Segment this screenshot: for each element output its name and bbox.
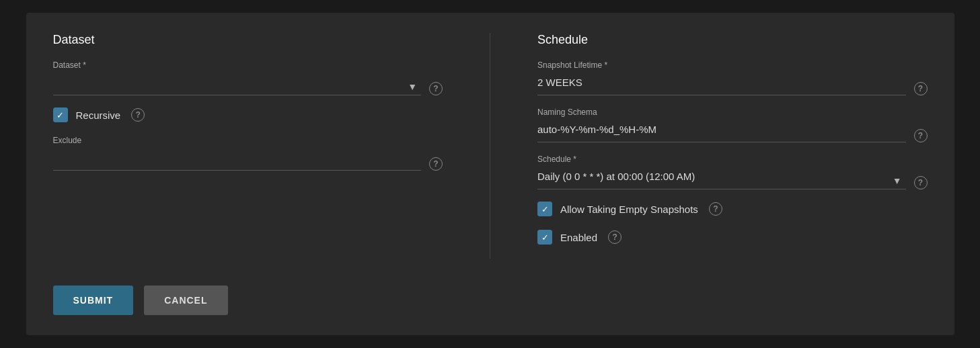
dialog-body: Dataset Dataset * ▼ ? ✓ Recursive ? — [53, 33, 928, 259]
dataset-input-row: ▼ ? — [53, 73, 443, 95]
dialog: Dataset Dataset * ▼ ? ✓ Recursive ? — [26, 13, 954, 335]
schedule-panel-title: Schedule — [537, 33, 928, 47]
dataset-label: Dataset * — [53, 60, 443, 70]
exclude-input[interactable] — [53, 148, 422, 167]
recursive-checkbox[interactable]: ✓ — [53, 107, 68, 122]
exclude-help-icon[interactable]: ? — [429, 157, 443, 171]
enabled-help-icon[interactable]: ? — [608, 230, 621, 244]
snapshot-lifetime-input[interactable] — [537, 73, 906, 92]
allow-empty-snapshots-label: Allow Taking Empty Snapshots — [560, 204, 698, 215]
schedule-label: Schedule * — [537, 155, 928, 164]
enabled-checkmark: ✓ — [541, 233, 549, 242]
snapshot-lifetime-help-icon[interactable]: ? — [914, 82, 928, 95]
cancel-button[interactable]: CANCEL — [144, 286, 227, 315]
snapshot-lifetime-group: Snapshot Lifetime * ? — [537, 60, 928, 95]
enabled-label: Enabled — [560, 232, 597, 243]
recursive-row: ✓ Recursive ? — [53, 107, 443, 122]
submit-button[interactable]: SUBMIT — [53, 286, 134, 315]
enabled-row: ✓ Enabled ? — [537, 230, 928, 245]
schedule-help-icon[interactable]: ? — [914, 176, 928, 189]
naming-schema-group: Naming Schema ? — [537, 107, 928, 142]
exclude-input-row: ? — [53, 148, 443, 171]
recursive-checkmark: ✓ — [56, 111, 64, 120]
schedule-dropdown-icon[interactable]: ▼ — [893, 175, 902, 186]
exclude-input-wrapper — [53, 148, 422, 171]
dataset-dropdown-icon[interactable]: ▼ — [408, 81, 417, 92]
snapshot-lifetime-label: Snapshot Lifetime * — [537, 60, 928, 70]
naming-schema-help-icon[interactable]: ? — [914, 129, 928, 142]
naming-schema-label: Naming Schema — [537, 107, 928, 117]
schedule-input-row: Daily (0 0 * * *) at 00:00 (12:00 AM) ▼ … — [537, 167, 928, 189]
enabled-checkbox[interactable]: ✓ — [537, 230, 552, 245]
allow-empty-snapshots-checkmark: ✓ — [541, 205, 549, 214]
dataset-panel: Dataset Dataset * ▼ ? ✓ Recursive ? — [53, 33, 443, 259]
exclude-label: Exclude — [53, 136, 443, 145]
naming-schema-input-row: ? — [537, 120, 928, 142]
recursive-label: Recursive — [76, 110, 121, 121]
naming-schema-wrapper — [537, 120, 906, 142]
allow-empty-snapshots-help-icon[interactable]: ? — [709, 202, 722, 216]
schedule-group: Schedule * Daily (0 0 * * *) at 00:00 (1… — [537, 155, 928, 189]
schedule-select-wrapper: Daily (0 0 * * *) at 00:00 (12:00 AM) ▼ — [537, 167, 906, 189]
dataset-input[interactable] — [53, 73, 408, 92]
allow-empty-snapshots-row: ✓ Allow Taking Empty Snapshots ? — [537, 202, 928, 216]
dataset-input-wrapper: ▼ — [53, 73, 422, 95]
recursive-help-icon[interactable]: ? — [131, 108, 145, 122]
dataset-panel-title: Dataset — [53, 33, 443, 47]
allow-empty-snapshots-checkbox[interactable]: ✓ — [537, 202, 552, 216]
naming-schema-input[interactable] — [537, 120, 906, 139]
snapshot-lifetime-wrapper — [537, 73, 906, 95]
snapshot-lifetime-input-row: ? — [537, 73, 928, 95]
schedule-value: Daily (0 0 * * *) at 00:00 (12:00 AM) — [537, 167, 893, 186]
schedule-panel: Schedule Snapshot Lifetime * ? Naming Sc… — [537, 33, 928, 259]
exclude-field-group: Exclude ? — [53, 136, 443, 171]
panel-divider — [490, 33, 490, 259]
dataset-help-icon[interactable]: ? — [429, 82, 443, 95]
dataset-field-group: Dataset * ▼ ? — [53, 60, 443, 95]
dialog-footer: SUBMIT CANCEL — [53, 275, 928, 315]
